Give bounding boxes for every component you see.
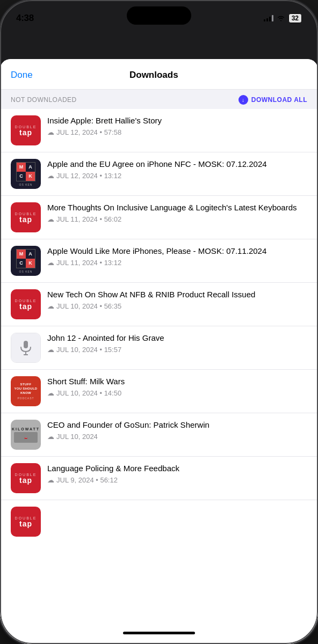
podcast-artwork: KILOWATT 🚗 [11,420,41,450]
cloud-icon: ☁ [47,128,54,136]
podcast-artwork: double tap [11,115,41,145]
download-all-label: DOWNLOAD ALL [251,96,307,104]
podcast-artwork: STUFFYOU SHOULDKNOW PODCAST [11,376,41,406]
podcast-artwork: double tap [11,289,41,319]
home-indicator [123,632,195,634]
list-item[interactable]: double tap More Thoughts On Inclusive La… [0,196,318,239]
list-item-partial: double tap [0,500,318,540]
cloud-icon: ☁ [47,346,54,354]
episode-date: JUL 12, 2024 • 57:58 [56,128,121,136]
episode-title: More Thoughts On Inclusive Language & Lo… [47,202,307,213]
podcast-artwork: double tap [11,507,41,537]
episode-meta: ☁ JUL 10, 2024 • 56:35 [47,302,307,310]
episode-date: JUL 10, 2024 • 15:57 [56,346,121,354]
downloads-sheet: Done Downloads NOT DOWNLOADED ↓ DOWNLOAD… [0,59,318,644]
episode-meta: ☁ JUL 10, 2024 • 14:50 [47,389,307,397]
podcast-artwork [11,333,41,363]
status-time: 4:38 [16,13,34,24]
list-item[interactable]: double tap Inside Apple: Brett Hallie's … [0,109,318,152]
phone-frame: 4:38 32 Done Downloads [0,0,318,644]
item-content: Apple and the EU Agree on iPhone NFC - M… [47,159,307,180]
cloud-icon: ☁ [47,476,54,484]
cloud-icon: ☁ [47,172,54,180]
battery-icon: 32 [288,13,302,23]
item-content: Apple Would Like More iPhones, Please - … [47,246,307,267]
list-item[interactable]: John 12 - Anointed for His Grave ☁ JUL 1… [0,326,318,370]
episode-meta: ☁ JUL 10, 2024 • 15:57 [47,346,307,354]
done-button[interactable]: Done [11,70,33,80]
item-content: Language Policing & More Feedback ☁ JUL … [47,463,307,484]
list-item[interactable]: M A C K OS KEN Apple and the EU Agree on… [0,152,318,196]
episode-meta: ☁ JUL 11, 2024 • 13:12 [47,259,307,267]
episode-date: JUL 10, 2024 • 14:50 [56,389,121,397]
episode-title: Language Policing & More Feedback [47,463,307,474]
episode-title: Short Stuff: Milk Wars [47,376,307,387]
cloud-icon: ☁ [47,433,54,441]
episode-date: JUL 12, 2024 • 13:12 [56,172,121,180]
episode-meta: ☁ JUL 10, 2024 [47,433,307,441]
item-content: CEO and Founder of GoSun: Patrick Sherwi… [47,420,307,441]
list-item[interactable]: KILOWATT 🚗 CEO and Founder of GoSun: Pat… [0,413,318,457]
episode-meta: ☁ JUL 12, 2024 • 13:12 [47,172,307,180]
episode-date: JUL 11, 2024 • 13:12 [56,259,121,267]
episode-date: JUL 10, 2024 • 56:35 [56,302,121,310]
episode-date: JUL 9, 2024 • 56:12 [56,476,118,484]
cloud-icon: ☁ [47,302,54,310]
cloud-icon: ☁ [47,389,54,397]
list-item[interactable]: STUFFYOU SHOULDKNOW PODCAST Short Stuff:… [0,370,318,413]
episode-title: New Tech On Show At NFB & RNIB Product R… [47,289,307,300]
episode-date: JUL 10, 2024 [56,433,98,441]
cloud-icon: ☁ [47,259,54,267]
episode-title: Apple and the EU Agree on iPhone NFC - M… [47,159,307,170]
cloud-icon: ☁ [47,215,54,223]
section-header: NOT DOWNLOADED ↓ DOWNLOAD ALL [0,90,318,109]
bottom-bar [0,626,318,644]
podcast-artwork: M A C K OS KEN [11,159,41,189]
episode-meta: ☁ JUL 11, 2024 • 56:02 [47,215,307,223]
item-content: John 12 - Anointed for His Grave ☁ JUL 1… [47,333,307,354]
svg-rect-0 [24,341,28,348]
download-all-button[interactable]: ↓ DOWNLOAD ALL [238,95,307,105]
item-content: Short Stuff: Milk Wars ☁ JUL 10, 2024 • … [47,376,307,397]
item-content: Inside Apple: Brett Hallie's Story ☁ JUL… [47,115,307,136]
episode-meta: ☁ JUL 12, 2024 • 57:58 [47,128,307,136]
sheet-title: Downloads [129,70,178,80]
list-item[interactable]: double tap New Tech On Show At NFB & RNI… [0,283,318,326]
list-item[interactable]: M A C K OS KEN Apple Would Like More iPh… [0,239,318,283]
episode-title: CEO and Founder of GoSun: Patrick Sherwi… [47,420,307,430]
status-right: 32 [264,13,302,23]
podcast-artwork: double tap [11,202,41,232]
podcast-artwork: double tap [11,463,41,493]
podcast-artwork: M A C K OS KEN [11,246,41,276]
item-content: More Thoughts On Inclusive Language & Lo… [47,202,307,223]
download-all-icon: ↓ [238,95,248,105]
item-content: New Tech On Show At NFB & RNIB Product R… [47,289,307,310]
microphone-icon [19,340,33,356]
downloads-list: double tap Inside Apple: Brett Hallie's … [0,109,318,626]
wifi-icon [277,15,285,21]
episode-title: John 12 - Anointed for His Grave [47,333,307,343]
episode-date: JUL 11, 2024 • 56:02 [56,215,121,223]
section-label: NOT DOWNLOADED [11,96,77,104]
item-content [47,507,307,509]
sheet-header: Done Downloads [0,59,318,90]
signal-icon [264,15,273,21]
dynamic-island [127,6,191,25]
episode-title: Inside Apple: Brett Hallie's Story [47,115,307,126]
list-item[interactable]: double tap Language Policing & More Feed… [0,457,318,500]
episode-title: Apple Would Like More iPhones, Please - … [47,246,307,257]
episode-meta: ☁ JUL 9, 2024 • 56:12 [47,476,307,484]
